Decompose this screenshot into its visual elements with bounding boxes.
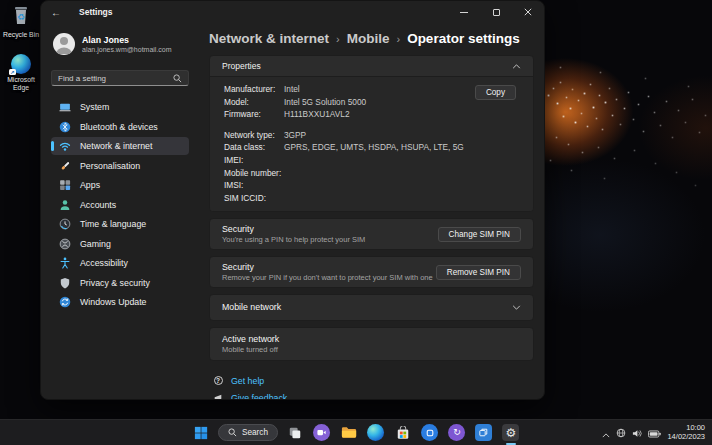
sidebar-item-system[interactable]: System xyxy=(51,98,189,116)
tray-expand-chevron[interactable] xyxy=(602,424,610,442)
edge-icon xyxy=(367,424,384,441)
copy-button[interactable]: Copy xyxy=(475,85,516,100)
footer-links: ? Get help Give feedback xyxy=(209,374,534,400)
system-icon xyxy=(59,101,71,113)
mobile-network-card[interactable]: Mobile network xyxy=(209,294,534,321)
settings-window: ← Settings xyxy=(40,0,545,400)
recycle-bin-icon: ♻ xyxy=(10,5,32,25)
property-row: Firmware:H111BXXU1AVL2 xyxy=(224,108,521,121)
sidebar-item-windows-update[interactable]: Windows Update xyxy=(51,293,189,311)
user-profile[interactable]: Alan Jones alan.jones.wm@hotmail.com xyxy=(51,31,189,57)
windows-logo-icon xyxy=(194,426,208,440)
wifi-icon xyxy=(59,140,71,152)
main-pane: Network & internet › Mobile › Operator s… xyxy=(199,23,544,399)
folder-icon xyxy=(341,426,357,439)
pinned-app-windows-button[interactable] xyxy=(474,423,494,443)
close-button[interactable] xyxy=(512,1,544,23)
security-subtitle: Remove your PIN if you don't want to pro… xyxy=(222,273,433,283)
property-row: IMEI: xyxy=(224,154,521,167)
tray-clock[interactable]: 10:00 14/02/2023 xyxy=(667,424,708,441)
shield-icon xyxy=(59,277,71,289)
minimize-button[interactable] xyxy=(448,1,480,23)
breadcrumb-mobile[interactable]: Mobile xyxy=(347,31,390,46)
volume-icon[interactable] xyxy=(632,424,642,442)
sidebar: Alan Jones alan.jones.wm@hotmail.com xyxy=(41,23,199,399)
breadcrumb-separator: › xyxy=(396,33,400,45)
property-row: Network type:3GPP xyxy=(224,129,521,142)
close-icon xyxy=(524,8,532,16)
shortcut-arrow-icon: ↗ xyxy=(9,69,16,76)
mobile-network-title: Mobile network xyxy=(222,302,281,313)
security-title: Security xyxy=(222,262,433,273)
sidebar-item-accounts[interactable]: Accounts xyxy=(51,196,189,214)
property-row: Data class:GPRS, EDGE, UMTS, HSDPA, HSUP… xyxy=(224,141,521,154)
titlebar: ← Settings xyxy=(41,1,544,23)
tray-date: 14/02/2023 xyxy=(667,433,705,442)
search-input[interactable] xyxy=(58,74,173,83)
desktop-icon-recycle-bin[interactable]: ♻ Recycle Bin xyxy=(1,5,41,39)
chevron-up-icon xyxy=(512,64,521,69)
maximize-button[interactable] xyxy=(480,1,512,23)
sidebar-item-accessibility[interactable]: Accessibility xyxy=(51,254,189,272)
settings-taskbar-button[interactable]: ⚙ xyxy=(501,423,521,443)
chat-button[interactable] xyxy=(312,423,332,443)
pinned-app-sync-button[interactable]: ↻ xyxy=(447,423,467,443)
network-globe-icon[interactable] xyxy=(616,424,626,442)
sidebar-item-time-language[interactable]: Time & language xyxy=(51,215,189,233)
breadcrumb: Network & internet › Mobile › Operator s… xyxy=(209,31,534,46)
security-title: Security xyxy=(222,224,365,235)
settings-search-box[interactable] xyxy=(51,70,189,86)
breadcrumb-network-internet[interactable]: Network & internet xyxy=(209,31,329,46)
get-help-link[interactable]: ? Get help xyxy=(213,374,534,387)
svg-text:♻: ♻ xyxy=(17,12,25,22)
change-sim-pin-button[interactable]: Change SIM PIN xyxy=(438,227,521,242)
help-icon: ? xyxy=(213,376,223,385)
sidebar-item-privacy-security[interactable]: Privacy & security xyxy=(51,274,189,292)
sidebar-item-bluetooth-devices[interactable]: Bluetooth & devices xyxy=(51,118,189,136)
task-view-button[interactable] xyxy=(285,423,305,443)
active-network-card: Active network Mobile turned off xyxy=(209,327,534,361)
properties-card: Properties Copy Manufacturer:Intel Model… xyxy=(209,55,534,212)
security-change-pin-card: Security You're using a PIN to help prot… xyxy=(209,218,534,250)
taskbar-search[interactable]: Search xyxy=(218,424,278,441)
blue-app-icon xyxy=(421,424,438,441)
security-remove-pin-card: Security Remove your PIN if you don't wa… xyxy=(209,256,534,288)
sidebar-item-network-internet[interactable]: Network & internet xyxy=(51,137,189,155)
property-row: SIM ICCID: xyxy=(224,192,521,205)
active-network-title: Active network xyxy=(222,334,279,345)
desktop-icon-label: Recycle Bin xyxy=(1,31,41,39)
search-icon xyxy=(173,74,182,83)
properties-expander-header[interactable]: Properties xyxy=(210,56,533,76)
desktop-icon-edge[interactable]: ↗ Microsoft Edge xyxy=(1,54,41,91)
pinned-app-blue-button[interactable] xyxy=(420,423,440,443)
sidebar-nav: System Bluetooth & devices xyxy=(51,98,189,311)
file-explorer-button[interactable] xyxy=(339,423,359,443)
sync-app-icon: ↻ xyxy=(448,424,465,441)
remove-sim-pin-button[interactable]: Remove SIM PIN xyxy=(436,265,521,280)
edge-icon: ↗ xyxy=(11,54,31,74)
paintbrush-icon xyxy=(59,160,71,172)
property-row: IMSI: xyxy=(224,179,521,192)
properties-body: Copy Manufacturer:Intel Model:Intel 5G S… xyxy=(210,76,533,211)
sidebar-item-personalisation[interactable]: Personalisation xyxy=(51,157,189,175)
breadcrumb-separator: › xyxy=(336,33,340,45)
update-icon xyxy=(59,296,71,308)
give-feedback-link[interactable]: Give feedback xyxy=(213,391,534,400)
page-title: Operator settings xyxy=(407,31,520,46)
microsoft-store-button[interactable] xyxy=(393,423,413,443)
sidebar-item-gaming[interactable]: Gaming xyxy=(51,235,189,253)
clock-icon xyxy=(59,218,71,230)
user-name: Alan Jones xyxy=(82,35,172,45)
start-button[interactable] xyxy=(191,423,211,443)
edge-button[interactable] xyxy=(366,423,386,443)
back-button[interactable]: ← xyxy=(41,7,71,18)
windows-app-icon xyxy=(475,424,492,441)
bluetooth-icon xyxy=(59,121,71,133)
sidebar-item-apps[interactable]: Apps xyxy=(51,176,189,194)
battery-icon[interactable] xyxy=(648,424,661,442)
accessibility-person-icon xyxy=(59,257,71,269)
desktop-icon-label: Microsoft Edge xyxy=(1,76,41,91)
task-view-icon xyxy=(288,426,302,440)
person-icon xyxy=(59,199,71,211)
selected-indicator xyxy=(51,141,54,151)
